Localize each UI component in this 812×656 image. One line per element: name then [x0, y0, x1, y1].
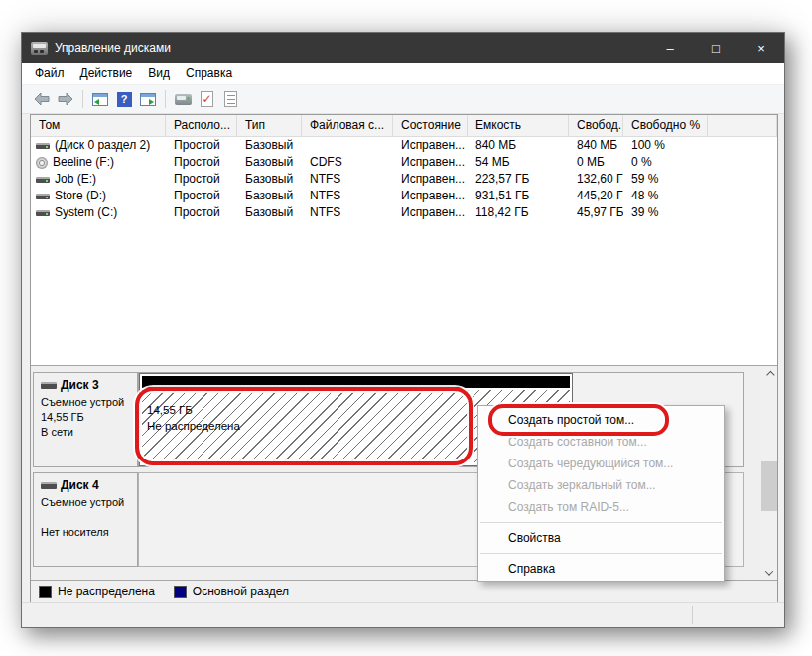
status-bar [22, 602, 784, 627]
unallocated-swatch [39, 586, 52, 598]
toolbar-separator [82, 90, 83, 108]
column-header-free[interactable]: Свобод... [569, 115, 623, 137]
menu-action[interactable]: Действие [72, 63, 141, 84]
app-icon [31, 42, 48, 55]
drive-icon [36, 194, 50, 199]
column-header-layout[interactable]: Располо... [166, 115, 237, 137]
disk-icon [41, 482, 57, 489]
menu-item-create-raid5-volume: Создать том RAID-5... [478, 496, 724, 518]
toolbar: ? [22, 85, 784, 114]
window-title: Управление дисками [55, 41, 171, 55]
column-header-free-pct[interactable]: Свободно % [623, 115, 708, 137]
table-row[interactable]: Store (D:) Простой Базовый NTFS Исправен… [31, 188, 777, 204]
column-header-volume[interactable]: Том [31, 115, 166, 137]
show-console-tree-icon[interactable] [88, 88, 112, 110]
legend-label: Основной раздел [193, 585, 289, 598]
cd-icon [36, 157, 48, 169]
scrollbar-thumb[interactable] [761, 461, 777, 511]
disk-4-header[interactable]: Диск 4 Съемное устрой Нет носителя [33, 472, 138, 567]
back-icon[interactable] [30, 88, 54, 110]
menu-separator [480, 553, 722, 554]
table-row[interactable]: System (C:) Простой Базовый NTFS Исправе… [31, 204, 777, 221]
menu-item-properties[interactable]: Свойства [478, 527, 724, 549]
screenshot: Управление дисками – □ × Файл Действие В… [0, 0, 812, 656]
column-header-fs[interactable]: Файловая с... [302, 115, 393, 137]
table-row[interactable]: Job (E:) Простой Базовый NTFS Исправен..… [31, 171, 777, 188]
menu-item-create-spanned-volume: Создать составной том... [478, 431, 724, 453]
maximize-button[interactable]: □ [693, 33, 739, 63]
menu-item-create-simple-volume[interactable]: Создать простой том... [478, 409, 724, 431]
rescan-disks-icon[interactable] [171, 88, 195, 110]
disk-3-header[interactable]: Диск 3 Съемное устрой 14,55 ГБ В сети [33, 372, 138, 467]
column-header-empty [708, 115, 777, 137]
checklist-icon[interactable] [218, 88, 242, 110]
menu-item-create-striped-volume: Создать чередующийся том... [478, 453, 724, 474]
menu-bar: Файл Действие Вид Справка [22, 63, 784, 85]
context-menu: Создать простой том... Создать составной… [477, 405, 725, 582]
scroll-down-icon[interactable] [761, 564, 777, 581]
menu-item-help[interactable]: Справка [478, 558, 724, 580]
vertical-scrollbar[interactable] [761, 366, 777, 581]
primary-partition-swatch [174, 586, 187, 598]
drive-icon [36, 177, 50, 183]
forward-icon[interactable] [54, 88, 77, 110]
scroll-up-icon[interactable] [761, 366, 777, 383]
menu-item-create-mirrored-volume: Создать зеркальный том... [478, 474, 724, 496]
legend-label: Не распределена [58, 585, 155, 598]
show-action-pane-icon[interactable] [136, 88, 160, 110]
status-bar-divider [692, 606, 693, 624]
toolbar-separator [165, 90, 166, 108]
help-icon[interactable]: ? [112, 88, 136, 110]
column-header-type[interactable]: Тип [237, 115, 302, 137]
close-button[interactable]: × [739, 33, 784, 63]
minimize-button[interactable]: – [647, 33, 693, 63]
column-header-capacity[interactable]: Емкость [468, 115, 569, 137]
drive-icon [36, 143, 50, 149]
check-document-icon[interactable] [195, 88, 218, 110]
column-header-status[interactable]: Состояние [393, 115, 468, 137]
table-row[interactable]: Beeline (F:) Простой Базовый CDFS Исправ… [31, 154, 777, 171]
menu-file[interactable]: Файл [27, 63, 72, 84]
drive-icon [36, 210, 50, 216]
table-row[interactable]: (Диск 0 раздел 2) Простой Базовый Исправ… [31, 137, 777, 154]
menu-help[interactable]: Справка [178, 63, 240, 84]
disk-icon [41, 382, 57, 389]
legend-bar: Не распределена Основной раздел [31, 580, 777, 602]
menu-view[interactable]: Вид [140, 63, 178, 84]
partition-label: 14,55 ГБ Не распределена [147, 402, 240, 434]
menu-separator [480, 522, 722, 523]
title-bar: Управление дисками – □ × [22, 33, 784, 63]
volume-list: Том Располо... Тип Файловая с... Состоян… [31, 115, 777, 365]
volume-list-header: Том Располо... Тип Файловая с... Состоян… [31, 115, 777, 137]
partition-color-band [142, 376, 570, 388]
